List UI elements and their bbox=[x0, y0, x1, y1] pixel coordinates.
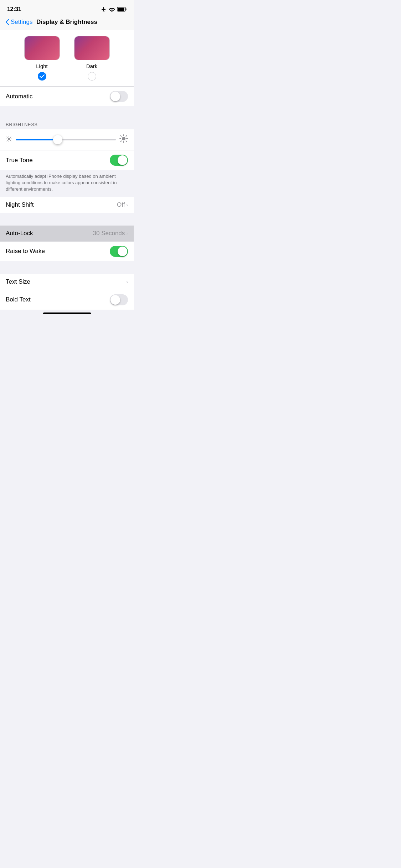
svg-line-10 bbox=[10, 137, 11, 138]
text-size-chevron: › bbox=[126, 279, 128, 285]
svg-line-18 bbox=[126, 141, 127, 141]
lock-wake-group: Auto-Lock 30 Seconds › Raise to Wake bbox=[0, 226, 134, 261]
text-size-row[interactable]: Text Size › bbox=[0, 274, 134, 290]
auto-lock-label: Auto-Lock bbox=[6, 230, 33, 237]
page-title: Display & Brightness bbox=[36, 19, 98, 26]
sun-small-icon bbox=[6, 136, 12, 144]
home-bar bbox=[43, 312, 91, 314]
light-radio[interactable] bbox=[38, 72, 46, 81]
status-time: 12:31 bbox=[7, 6, 21, 12]
night-shift-value: Off bbox=[117, 201, 125, 208]
dark-appearance-option[interactable]: Dark bbox=[74, 36, 110, 81]
back-chevron-icon bbox=[6, 19, 9, 25]
auto-lock-chevron: › bbox=[126, 231, 128, 236]
auto-lock-row[interactable]: Auto-Lock 30 Seconds › bbox=[0, 226, 134, 242]
text-size-value-container: › bbox=[126, 279, 128, 285]
raise-to-wake-toggle-thumb bbox=[118, 247, 127, 256]
section-gap-1 bbox=[0, 106, 134, 119]
status-bar: 12:31 bbox=[0, 0, 134, 16]
appearance-section: Light Dark bbox=[0, 30, 134, 87]
light-appearance-option[interactable]: Light bbox=[24, 36, 60, 81]
svg-rect-2 bbox=[118, 8, 124, 11]
true-tone-toggle[interactable] bbox=[110, 155, 128, 166]
svg-point-12 bbox=[122, 137, 125, 140]
light-preview bbox=[24, 36, 60, 60]
svg-line-11 bbox=[7, 140, 7, 141]
dark-preview bbox=[74, 36, 110, 60]
brightness-slider-thumb[interactable] bbox=[53, 135, 62, 144]
svg-line-9 bbox=[10, 140, 11, 141]
true-tone-description: Automatically adapt iPhone display based… bbox=[0, 170, 134, 197]
bold-text-row: Bold Text bbox=[0, 290, 134, 310]
automatic-label: Automatic bbox=[6, 93, 33, 100]
bold-text-toggle-thumb bbox=[110, 295, 120, 305]
light-label: Light bbox=[36, 63, 48, 69]
automatic-toggle-thumb bbox=[110, 92, 120, 101]
night-shift-group: Night Shift Off › bbox=[0, 197, 134, 213]
bold-text-toggle[interactable] bbox=[110, 294, 128, 305]
home-indicator bbox=[0, 310, 134, 317]
true-tone-toggle-thumb bbox=[118, 155, 127, 165]
automatic-toggle[interactable] bbox=[110, 91, 128, 102]
dark-label: Dark bbox=[86, 63, 98, 69]
night-shift-label: Night Shift bbox=[6, 201, 34, 208]
auto-lock-value-container: 30 Seconds › bbox=[93, 230, 128, 237]
automatic-row: Automatic bbox=[0, 87, 134, 106]
raise-to-wake-toggle[interactable] bbox=[110, 246, 128, 257]
nav-bar: Settings Display & Brightness bbox=[0, 16, 134, 30]
back-label: Settings bbox=[11, 19, 32, 26]
svg-point-3 bbox=[8, 138, 10, 140]
svg-line-17 bbox=[121, 136, 122, 136]
checkmark-icon bbox=[40, 74, 45, 78]
auto-lock-value: 30 Seconds bbox=[93, 230, 125, 237]
sun-large-icon bbox=[119, 134, 128, 145]
text-group: Text Size › Bold Text bbox=[0, 274, 134, 310]
svg-rect-1 bbox=[126, 9, 127, 10]
bold-text-label: Bold Text bbox=[6, 296, 31, 303]
section-gap-3 bbox=[0, 261, 134, 274]
section-gap-2 bbox=[0, 213, 134, 226]
brightness-section-header: BRIGHTNESS bbox=[0, 119, 134, 129]
automatic-group: Automatic bbox=[0, 87, 134, 106]
back-button[interactable]: Settings bbox=[6, 19, 36, 26]
night-shift-chevron: › bbox=[126, 202, 128, 208]
status-icons bbox=[101, 6, 127, 12]
battery-icon bbox=[117, 7, 127, 12]
night-shift-row[interactable]: Night Shift Off › bbox=[0, 197, 134, 213]
brightness-slider-row bbox=[0, 129, 134, 150]
svg-line-20 bbox=[121, 141, 122, 141]
brightness-slider-fill bbox=[16, 139, 58, 140]
airplane-icon bbox=[101, 6, 107, 12]
brightness-slider-track[interactable] bbox=[16, 139, 116, 140]
true-tone-label: True Tone bbox=[6, 157, 33, 164]
text-size-label: Text Size bbox=[6, 278, 30, 285]
svg-line-19 bbox=[126, 136, 127, 136]
svg-line-8 bbox=[7, 137, 7, 138]
dark-radio[interactable] bbox=[88, 72, 96, 81]
night-shift-value-container: Off › bbox=[117, 201, 128, 208]
true-tone-row: True Tone bbox=[0, 150, 134, 170]
wifi-icon bbox=[109, 7, 115, 12]
raise-to-wake-label: Raise to Wake bbox=[6, 248, 45, 255]
raise-to-wake-row: Raise to Wake bbox=[0, 242, 134, 261]
